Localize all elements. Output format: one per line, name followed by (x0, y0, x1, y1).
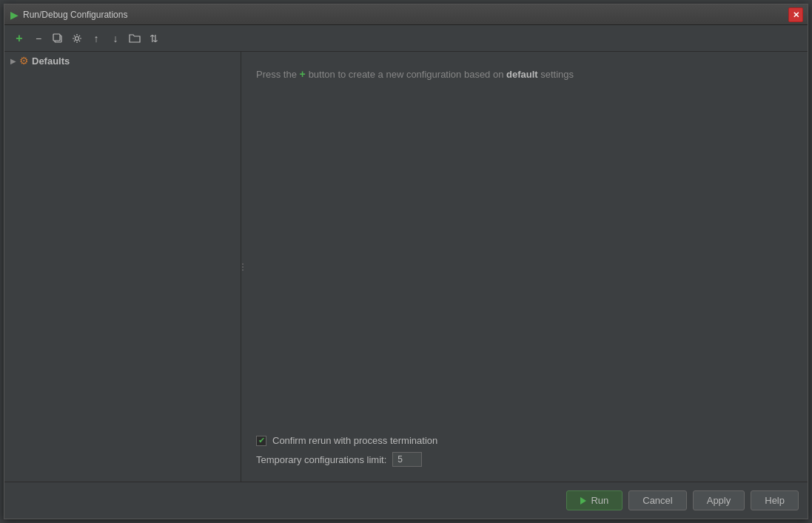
run-button[interactable]: Run (566, 490, 623, 510)
move-down-button[interactable]: ↓ (107, 30, 124, 47)
window-title: Run/Debug Configurations (23, 10, 127, 20)
cancel-button[interactable]: Cancel (628, 490, 686, 510)
right-panel: Press the + button to create a new confi… (241, 52, 808, 482)
resize-handle[interactable] (241, 256, 244, 278)
remove-button[interactable]: − (30, 30, 47, 47)
title-bar-content: ▶ Run/Debug Configurations (10, 9, 127, 21)
checkbox-label: Confirm rerun with process termination (272, 435, 437, 446)
main-content: ▶ ⚙ Defaults Press the + button to creat… (4, 52, 808, 482)
defaults-icon: ⚙ (19, 55, 29, 67)
field-label: Temporary configurations limit: (256, 454, 386, 465)
help-button[interactable]: Help (751, 490, 799, 510)
info-end: settings (540, 69, 574, 80)
info-suffix: button to create a new configuration bas… (309, 69, 504, 80)
check-mark: ✔ (258, 436, 265, 445)
tree-arrow-defaults: ▶ (10, 57, 16, 65)
svg-point-2 (76, 36, 79, 40)
tree-item-defaults[interactable]: ▶ ⚙ Defaults (4, 52, 241, 70)
field-row: Temporary configurations limit: (256, 452, 793, 467)
svg-rect-1 (53, 34, 60, 41)
title-icon: ▶ (10, 9, 19, 21)
confirm-rerun-checkbox[interactable]: ✔ (256, 436, 266, 446)
checkbox-row: ✔ Confirm rerun with process termination (256, 435, 793, 446)
sort-button[interactable]: ⇅ (145, 30, 163, 47)
run-label: Run (591, 495, 608, 506)
title-bar: ▶ Run/Debug Configurations ✕ (4, 4, 808, 25)
move-up-button[interactable]: ↑ (87, 30, 105, 47)
temp-config-limit-input[interactable] (392, 452, 422, 467)
add-button[interactable]: + (10, 30, 28, 47)
run-icon (580, 497, 586, 505)
toolbar: + − ↑ ↓ ⇅ (4, 25, 808, 52)
defaults-label: Defaults (32, 55, 70, 67)
settings-button[interactable] (68, 30, 86, 47)
info-prefix: Press the (256, 69, 297, 80)
info-plus: + (300, 68, 309, 80)
close-button[interactable]: ✕ (788, 7, 803, 22)
bottom-section: ✔ Confirm rerun with process termination… (256, 435, 793, 467)
folder-button[interactable] (126, 30, 144, 47)
info-text-area: Press the + button to create a new confi… (256, 67, 793, 82)
main-window: ▶ Run/Debug Configurations ✕ + − ↑ ↓ ⇅ (4, 4, 808, 519)
info-bold: default (506, 69, 540, 80)
apply-button[interactable]: Apply (693, 490, 745, 510)
copy-button[interactable] (49, 30, 67, 47)
footer: Run Cancel Apply Help (4, 482, 808, 519)
left-panel: ▶ ⚙ Defaults (4, 52, 241, 482)
